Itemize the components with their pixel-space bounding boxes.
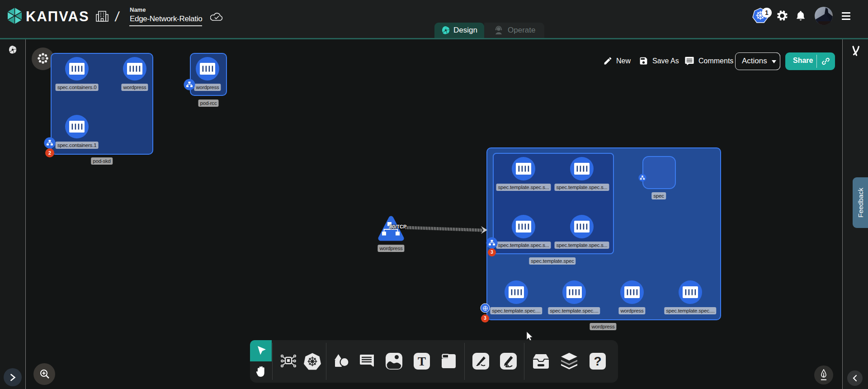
svg-text:?: ? xyxy=(594,354,601,368)
svg-text:T: T xyxy=(418,355,426,368)
svg-text:1: 1 xyxy=(765,9,769,16)
